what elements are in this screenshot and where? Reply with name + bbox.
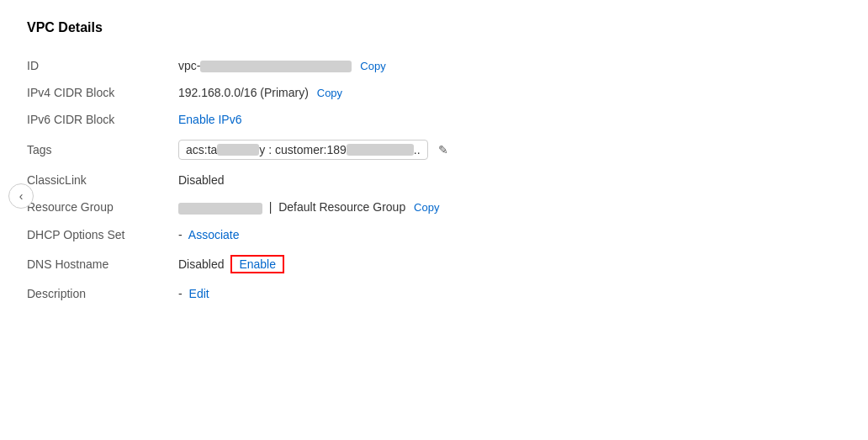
edit-description-link[interactable]: Edit [189, 287, 209, 300]
ipv4-copy-link[interactable]: Copy [317, 87, 342, 99]
ipv6-cidr-row: IPv6 CIDR Block Enable IPv6 [27, 106, 841, 133]
dns-hostname-value: Disabled Enable [178, 248, 841, 280]
associate-link[interactable]: Associate [188, 228, 240, 241]
dhcp-dash: - [178, 228, 183, 241]
tags-blur2 [347, 144, 414, 156]
description-value: - Edit [178, 280, 841, 307]
dns-hostname-label: DNS Hostname [27, 248, 178, 280]
detail-table: ID vpc- Copy IPv4 CIDR Block 192.168.0.0… [27, 52, 841, 307]
ipv6-cidr-value: Enable IPv6 [178, 106, 841, 133]
resource-group-value: | Default Resource Group Copy [178, 193, 841, 220]
tags-label: Tags [27, 133, 178, 167]
page-title: VPC Details [27, 20, 841, 35]
ipv4-cidr-text: 192.168.0.0/16 (Primary) [178, 86, 309, 99]
resource-group-blur [178, 203, 262, 215]
vpc-details-panel: VPC Details ‹ ID vpc- Copy IPv4 CIDR Blo… [0, 0, 868, 440]
resource-group-separator: | [269, 200, 273, 214]
tags-blur1 [217, 144, 259, 156]
id-blur [200, 61, 352, 72]
ipv6-cidr-label: IPv6 CIDR Block [27, 106, 178, 133]
classiclink-label: ClassicLink [27, 167, 178, 193]
dhcp-options-value: - Associate [178, 221, 841, 248]
tags-ellipsis: .. [414, 143, 421, 156]
id-prefix: vpc- [178, 59, 200, 72]
ipv4-cidr-label: IPv4 CIDR Block [27, 79, 178, 106]
id-label: ID [27, 52, 178, 79]
classiclink-row: ClassicLink Disabled [27, 167, 841, 193]
dhcp-options-label: DHCP Options Set [27, 221, 178, 248]
dns-hostname-status: Disabled [178, 257, 224, 271]
ipv4-cidr-value: 192.168.0.0/16 (Primary) Copy [178, 79, 841, 106]
tags-prefix: acs:ta [186, 143, 217, 156]
description-label: Description [27, 280, 178, 307]
resource-group-row: Resource Group | Default Resource Group … [27, 193, 841, 220]
tags-middle: y : customer:189 [259, 143, 347, 156]
resource-group-label: Resource Group [27, 193, 178, 220]
ipv4-cidr-row: IPv4 CIDR Block 192.168.0.0/16 (Primary)… [27, 79, 841, 106]
id-value: vpc- Copy [178, 52, 841, 79]
tags-row: Tags acs:ta y : customer:189 .. ✎ [27, 133, 841, 167]
resource-group-default: Default Resource Group [278, 200, 405, 214]
dhcp-options-row: DHCP Options Set - Associate [27, 221, 841, 248]
tags-container: acs:ta y : customer:189 .. [178, 140, 428, 160]
enable-ipv6-link[interactable]: Enable IPv6 [178, 113, 242, 126]
tags-edit-icon[interactable]: ✎ [438, 143, 448, 156]
dns-hostname-row: DNS Hostname Disabled Enable [27, 248, 841, 280]
tags-value: acs:ta y : customer:189 .. ✎ [178, 133, 841, 167]
classiclink-value: Disabled [178, 167, 841, 193]
enable-dns-button[interactable]: Enable [230, 255, 284, 273]
id-row: ID vpc- Copy [27, 52, 841, 79]
description-row: Description - Edit [27, 280, 841, 307]
description-dash: - [178, 287, 183, 300]
back-button[interactable]: ‹ [8, 183, 34, 209]
resource-group-copy-link[interactable]: Copy [414, 201, 439, 214]
id-copy-link[interactable]: Copy [360, 60, 385, 72]
